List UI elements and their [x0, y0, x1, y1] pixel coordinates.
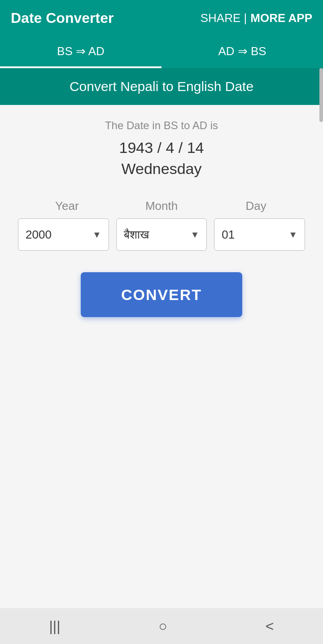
- selectors-row: 2000 ▼ बैशाख ▼ 01 ▼: [18, 218, 305, 251]
- day-label: Day: [209, 199, 303, 213]
- year-selector[interactable]: 2000 ▼: [18, 218, 109, 251]
- selector-labels: Year Month Day: [18, 199, 305, 213]
- result-day: Wednesday: [18, 160, 305, 178]
- more-app-button[interactable]: MORE APP: [250, 11, 312, 25]
- month-dropdown-icon: ▼: [191, 230, 200, 240]
- header-actions: SHARE | MORE APP: [201, 11, 312, 25]
- banner: Convert Nepali to English Date: [0, 68, 323, 105]
- year-dropdown-icon: ▼: [92, 230, 101, 240]
- year-label: Year: [20, 199, 114, 213]
- day-dropdown-icon: ▼: [288, 230, 297, 240]
- bottom-nav: ||| ○ <: [0, 608, 323, 644]
- convert-button-wrapper: CONVERT: [18, 272, 305, 317]
- convert-button[interactable]: CONVERT: [81, 272, 242, 317]
- back-icon[interactable]: <: [266, 618, 274, 635]
- year-selector-wrapper: 2000 ▼: [18, 218, 109, 251]
- tab-bs-to-ad[interactable]: BS ⇒ AD: [0, 36, 162, 68]
- tab-bar: BS ⇒ AD AD ⇒ BS: [0, 36, 323, 68]
- home-icon[interactable]: ○: [158, 618, 167, 635]
- app-header: Date Converter SHARE | MORE APP: [0, 0, 323, 36]
- month-selector-wrapper: बैशाख ▼: [116, 218, 207, 251]
- scrollbar[interactable]: [319, 68, 323, 122]
- month-label: Month: [114, 199, 209, 213]
- day-value: 01: [222, 228, 235, 242]
- month-selector[interactable]: बैशाख ▼: [116, 218, 207, 251]
- share-button[interactable]: SHARE |: [201, 11, 247, 25]
- result-date: 1943 / 4 / 14: [18, 139, 305, 157]
- tab-ad-to-bs[interactable]: AD ⇒ BS: [162, 36, 323, 68]
- menu-icon[interactable]: |||: [49, 618, 61, 635]
- main-content: The Date in BS to AD is 1943 / 4 / 14 We…: [0, 105, 323, 644]
- year-value: 2000: [26, 228, 52, 242]
- result-label: The Date in BS to AD is: [18, 119, 305, 132]
- app-title: Date Converter: [11, 10, 113, 26]
- banner-text: Convert Nepali to English Date: [70, 79, 253, 94]
- month-value: बैशाख: [124, 228, 149, 242]
- day-selector-wrapper: 01 ▼: [214, 218, 305, 251]
- day-selector[interactable]: 01 ▼: [214, 218, 305, 251]
